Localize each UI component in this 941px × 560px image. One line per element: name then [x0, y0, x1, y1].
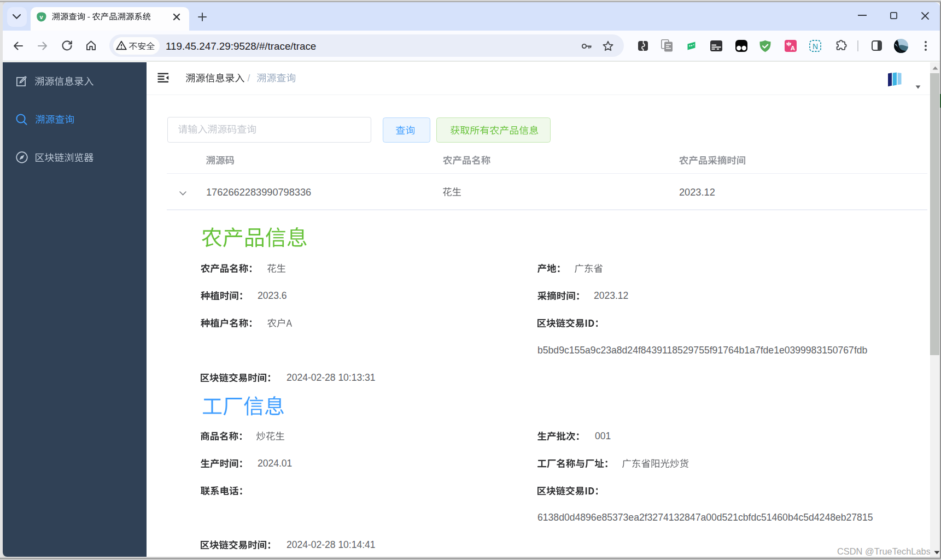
svg-text:A: A: [791, 45, 795, 51]
svg-text:N: N: [813, 42, 818, 51]
svg-text:v: v: [39, 14, 43, 20]
